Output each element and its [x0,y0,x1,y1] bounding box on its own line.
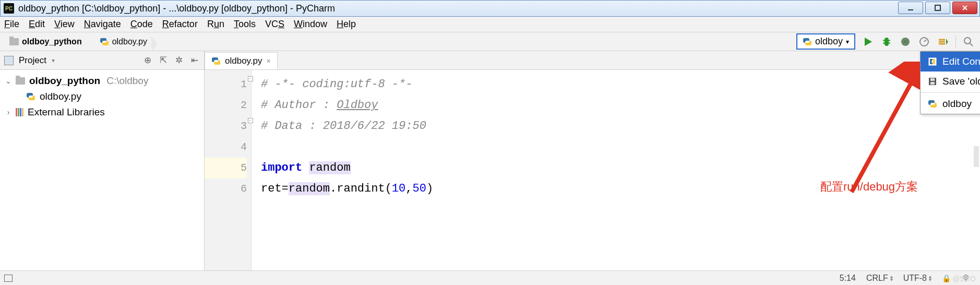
svg-rect-7 [930,78,935,81]
menu-help[interactable]: Help [337,19,356,30]
menu-vcs[interactable]: VCS [265,19,284,30]
run-button[interactable] [862,35,874,48]
readonly-lock-icon[interactable]: 🔒 [942,274,951,282]
svg-rect-1 [935,5,940,10]
dropdown-separator [921,92,980,93]
menu-file[interactable]: File [4,19,19,30]
svg-rect-8 [930,82,935,85]
run-config-dropdown: Edit Configurations... Save 'oldboy' Con… [920,51,980,114]
editor-tabs: oldboy.py × [205,51,980,70]
tool-window-toggle-icon[interactable] [4,275,13,282]
hide-button[interactable]: ⇤ [189,55,200,66]
minimize-button[interactable] [898,2,923,14]
app-icon: PC [4,3,14,14]
project-panel-header: Project ▾ ⊕ ⇱ ✲ ⇤ [0,51,204,70]
python-file-icon [100,37,109,46]
tree-file[interactable]: oldboy.py [0,89,204,104]
settings-icon[interactable]: ✲ [174,55,184,66]
status-bar: 5:14 CRLF ▴▾ UTF-8 ▴▾ 🔒 [0,270,980,285]
dropdown-save-configuration[interactable]: Save 'oldboy' Configuration [921,72,980,91]
line-separator[interactable]: CRLF ▴▾ [866,274,893,283]
python-file-icon [803,37,812,46]
cursor-position: 5:14 [840,274,856,283]
dropdown-item-label: oldboy [942,98,972,110]
libraries-icon [16,108,23,116]
line-number: 3 [205,116,247,137]
svg-point-4 [964,38,971,44]
collapse-all-button[interactable]: ⇱ [158,55,169,66]
editor-tab[interactable]: oldboy.py × [205,52,278,69]
run-coverage-button[interactable] [899,35,912,48]
window-title: oldboy_python [C:\oldboy_python] - ...\o… [18,3,335,14]
breadcrumb-project[interactable]: oldboy_python [4,35,87,49]
expand-arrow-icon[interactable]: ⌄ [5,77,11,85]
line-number: 1 [205,74,247,95]
python-file-icon [26,92,35,101]
tree-external-label: External Libraries [28,106,105,118]
project-tool-window: Project ▾ ⊕ ⇱ ✲ ⇤ ⌄ oldboy_python C:\old… [0,51,205,270]
close-tab-icon[interactable]: × [267,57,271,65]
title-bar: PC oldboy_python [C:\oldboy_python] - ..… [0,0,980,17]
tree-root-name: oldboy_python [29,75,100,87]
editor-area: oldboy.py × 1 2 3 4 5 6 − − # -*- coding… [205,51,980,270]
line-number: 6 [205,179,247,199]
menu-tools[interactable]: Tools [234,19,256,30]
python-file-icon [928,99,937,109]
tree-root[interactable]: ⌄ oldboy_python C:\oldboy [0,73,204,89]
line-number: 2 [205,95,247,116]
editor-gutter: 1 2 3 4 5 6 − − [205,70,252,270]
menu-view[interactable]: View [54,19,75,30]
line-number: 5 [205,158,247,179]
close-button[interactable] [952,2,977,14]
dropdown-item-label: Edit Configurations... [942,56,980,67]
breadcrumb-file[interactable]: oldboy.py [94,35,152,49]
project-tree: ⌄ oldboy_python C:\oldboy oldboy.py › Ex… [0,70,204,123]
search-everywhere-button[interactable] [962,35,975,48]
run-configuration-selector[interactable]: oldboy ▾ [796,33,855,50]
menu-navigate[interactable]: Navigate [84,19,121,30]
dropdown-item-label: Save 'oldboy' Configuration [942,76,980,87]
breadcrumb-label: oldboy_python [22,37,82,46]
project-icon [4,56,14,65]
maximize-button[interactable] [925,2,950,14]
tree-external-libs[interactable]: › External Libraries [0,104,204,120]
annotation-text: 配置run/debug方案 [820,179,918,195]
dropdown-edit-configurations[interactable]: Edit Configurations... [921,52,980,72]
profile-button[interactable] [918,35,930,48]
breadcrumb-label: oldboy.py [112,37,147,46]
tree-file-name: oldboy.py [40,91,81,102]
menu-refactor[interactable]: Refactor [162,19,198,30]
tab-label: oldboy.py [225,56,262,66]
navigation-bar: oldboy_python oldboy.py oldboy ▾ [0,32,980,51]
chevron-down-icon: ▾ [846,38,849,45]
menu-code[interactable]: Code [130,19,153,30]
stop-button[interactable] [937,35,949,48]
menu-window[interactable]: Window [294,19,327,30]
debug-button[interactable] [880,35,893,48]
tree-root-path: C:\oldboy [106,75,148,87]
svg-rect-0 [908,9,913,10]
run-config-label: oldboy [815,36,843,47]
menu-run[interactable]: Run [207,19,224,30]
folder-icon [16,77,25,85]
file-encoding[interactable]: UTF-8 ▴▾ [903,274,931,283]
line-number: 4 [205,137,247,158]
menu-bar: File Edit View Navigate Code Refactor Ru… [0,17,980,32]
dropdown-config-item[interactable]: oldboy [921,94,980,114]
code-editor[interactable]: # -*- coding:utf-8 -*- # Author : Oldboy… [252,70,980,270]
folder-icon [9,38,19,45]
menu-edit[interactable]: Edit [29,19,45,30]
watermark: @5 TO [952,275,976,283]
project-panel-title: Project [19,55,46,66]
expand-arrow-icon[interactable]: › [5,108,11,116]
locate-button[interactable]: ⊕ [142,55,153,66]
python-file-icon [211,56,221,66]
